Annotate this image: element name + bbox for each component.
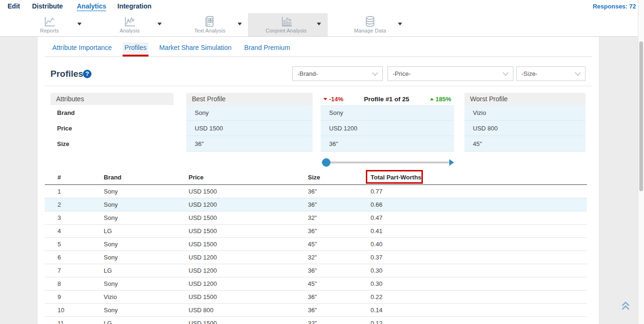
responses-count[interactable]: Responses: 72: [593, 3, 636, 10]
analytics-toolbar: Reports Analysis: [0, 13, 644, 37]
table-cell: USD 800: [189, 307, 214, 314]
page-title: Profiles: [50, 69, 83, 79]
multi-line-chart-icon: [94, 16, 165, 28]
table-cell: USD 1500: [189, 227, 217, 235]
table-cell: 0.14: [371, 307, 382, 314]
best-profile-header: Best Profile: [186, 93, 313, 105]
chevron-down-icon: [575, 72, 581, 76]
slider-handle[interactable]: [322, 158, 330, 167]
table-cell: 11: [58, 320, 64, 324]
table-cell: 0.47: [371, 214, 382, 221]
table-cell: 1: [58, 188, 61, 195]
table-cell: Vizio: [104, 293, 117, 300]
table-cell: USD 1500: [189, 293, 217, 300]
table-cell: USD 1200: [189, 201, 217, 208]
part-worths-table: # Brand Price Size Total Part-Worths 1So…: [45, 171, 587, 324]
chevron-down-icon[interactable]: [238, 23, 242, 25]
table-cell: USD 1500: [189, 320, 217, 324]
chevron-down-icon[interactable]: [77, 23, 82, 25]
decrease-value: -14%: [329, 96, 343, 103]
profile-counter: Profile #1 of 25: [364, 96, 409, 103]
best-profile-brand: Sony: [186, 105, 313, 121]
attribute-label-brand: Brand: [57, 105, 151, 121]
triangle-up-icon: [430, 98, 434, 100]
toolbar-item-conjoint-analysis[interactable]: Conjoint Analysis: [248, 13, 328, 36]
table-cell: 7: [58, 267, 61, 274]
decrease-badge: -14%: [323, 96, 343, 103]
toolbar-item-manage-data[interactable]: Manage Data: [335, 13, 405, 36]
chevron-down-icon[interactable]: [317, 23, 321, 25]
nav-item-edit[interactable]: Edit: [8, 2, 20, 10]
help-icon[interactable]: ?: [83, 70, 91, 78]
toolbar-item-label: Reports: [14, 28, 85, 33]
slider-track[interactable]: [324, 162, 449, 163]
triangle-down-icon: [323, 98, 327, 100]
table-body: 1SonyUSD 150036"0.772SonyUSD 120036"0.66…: [45, 185, 587, 324]
size-filter-value: -Size-: [521, 70, 537, 77]
table-cell: 0.30: [371, 280, 382, 287]
price-filter-value: -Price-: [393, 70, 411, 77]
chevron-down-icon[interactable]: [157, 23, 162, 25]
worst-profile-brand: Vizio: [464, 105, 586, 121]
table-row: 7LGUSD 120036"0.30: [45, 264, 587, 277]
table-cell: 36": [308, 188, 317, 195]
table-cell: 32": [308, 214, 317, 221]
table-cell: Sony: [104, 280, 118, 287]
toolbar-item-analysis[interactable]: Analysis: [94, 13, 165, 36]
toolbar-item-label: Conjoint Analysis: [251, 28, 322, 33]
table-cell: 36": [308, 307, 317, 314]
table-cell: 9: [58, 293, 61, 300]
scrollbar-thumb[interactable]: [639, 41, 643, 191]
table-row: 2SonyUSD 120036"0.66: [45, 198, 587, 211]
profile-slider[interactable]: [322, 158, 454, 167]
nav-item-distribute[interactable]: Distribute: [32, 2, 63, 10]
slider-right-arrow-icon[interactable]: [449, 159, 454, 166]
toolbar-item-label: Text Analysis: [174, 28, 245, 33]
table-cell: USD 1200: [189, 280, 217, 287]
column-header-brand: Brand: [104, 174, 122, 181]
table-cell: 2: [58, 201, 61, 208]
price-filter-dropdown[interactable]: -Price-: [388, 66, 513, 81]
table-cell: LG: [104, 267, 112, 274]
tab-profiles[interactable]: Profiles: [123, 42, 149, 57]
column-header-price: Price: [189, 174, 204, 181]
table-cell: USD 1500: [189, 188, 217, 195]
table-cell: USD 1200: [189, 267, 217, 274]
size-filter-dropdown[interactable]: -Size-: [516, 66, 586, 81]
table-cell: 32": [308, 320, 317, 324]
toolbar-item-text-analysis[interactable]: Text Analysis: [174, 13, 245, 36]
tabs-divider: [45, 57, 592, 57]
table-cell: 6: [58, 254, 61, 261]
chevron-down-icon[interactable]: [398, 23, 402, 25]
table-cell: 0.41: [371, 227, 382, 235]
table-row: 6SonyUSD 120032"0.37: [45, 251, 587, 264]
tab-attribute-importance[interactable]: Attribute Importance: [50, 42, 114, 57]
table-row: 10SonyUSD 80036"0.14: [45, 304, 587, 317]
brand-filter-dropdown[interactable]: -Brand-: [292, 66, 383, 81]
table-cell: USD 1500: [189, 214, 217, 221]
content-card: Attribute Importance Profiles Market Sha…: [38, 37, 599, 324]
table-cell: Sony: [104, 254, 118, 261]
table-cell: 45": [308, 241, 317, 248]
table-cell: 32": [308, 254, 317, 261]
table-cell: 8: [58, 280, 61, 287]
toolbar-item-reports[interactable]: Reports: [14, 13, 85, 36]
line-chart-icon: [14, 16, 85, 28]
table-cell: 5: [58, 241, 61, 248]
database-icon: [335, 16, 405, 28]
toolbar-item-label: Manage Data: [335, 28, 405, 33]
nav-item-integration[interactable]: Integration: [117, 2, 151, 10]
increase-badge: 185%: [430, 96, 451, 103]
table-cell: 3: [58, 214, 61, 221]
scroll-to-top-button[interactable]: [620, 300, 631, 312]
tab-brand-premium[interactable]: Brand Premium: [242, 42, 292, 57]
best-profile-size: 36": [186, 136, 313, 152]
toolbar-item-label: Analysis: [94, 28, 165, 33]
tab-market-share-simulation[interactable]: Market Share Simulation: [157, 42, 233, 57]
attributes-header: Attributes: [50, 93, 173, 105]
table-cell: 36": [308, 227, 317, 235]
double-chevron-up-icon: [620, 300, 631, 312]
table-cell: 0.37: [371, 254, 382, 261]
nav-item-analytics[interactable]: Analytics: [77, 2, 106, 11]
scrollbar-track[interactable]: [638, 0, 644, 324]
